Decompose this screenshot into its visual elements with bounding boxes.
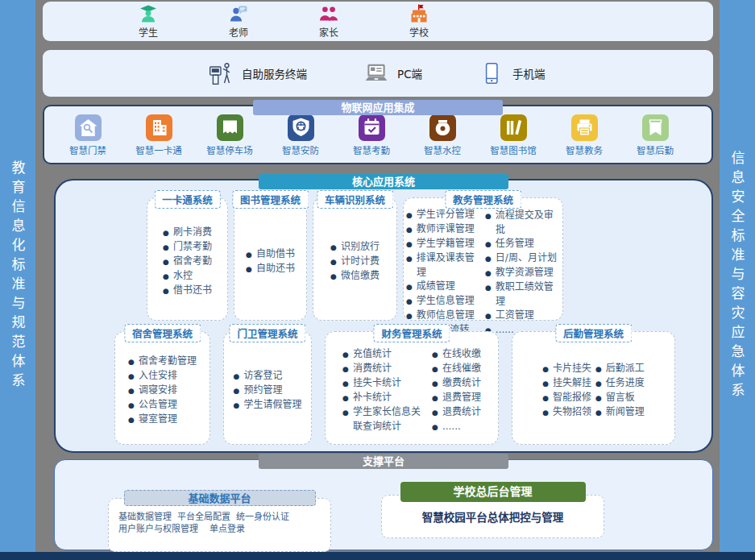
terminal-label: PC端 (397, 65, 422, 81)
iot-label: 智慧图书馆 (490, 143, 537, 156)
system-item: 退费管理 (432, 391, 481, 405)
system-item: 学生评分管理 (406, 208, 481, 222)
system-item-list: 学生评分管理教师评课管理学生学籍管理排课及课表管理成绩管理学生信息管理教师信息管… (406, 208, 481, 338)
system-box: 宿舍管理系统宿舍考勤管理入住安排调寝安排公告管理寝室管理 (114, 331, 210, 445)
logistics-banner-icon (642, 114, 669, 141)
iot-item: 智慧图书馆 (481, 114, 546, 156)
system-items: 自助借书自助还书 (234, 198, 306, 320)
system-item: 挂失解挂 (542, 376, 591, 391)
tablet-icon (479, 60, 504, 86)
system-item-list: 刷卡消费门禁考勤宿舍考勤水控借书还书 (163, 226, 212, 298)
system-item: 卡片挂失 (542, 362, 591, 376)
system-item: 缴费统计 (432, 376, 481, 391)
system-item-list: 后勤派工任务进度留言板新闻管理 (595, 362, 645, 420)
system-box: 图书管理系统自助借书自助还书 (234, 197, 307, 321)
system-item: 水控 (163, 269, 212, 284)
onecard-building-icon (146, 114, 172, 141)
system-item: 微信缴费 (330, 269, 380, 284)
user-label: 学生 (139, 25, 158, 39)
system-item: 自助借书 (246, 247, 295, 262)
system-item-list: 卡片挂失挂失解挂智能报修失物招领 (542, 362, 591, 420)
terminals-panel: 自助服务终端PC端手机端 (43, 50, 713, 97)
system-item-list: 流程提交及审批任务管理日/周、月计划教学资源管理教职工绩效管理工资管理.....… (485, 209, 560, 338)
pc-icon (363, 60, 389, 86)
iot-item: 智慧考勤 (339, 114, 404, 156)
school-admin-group: 学校总后台管理 智慧校园平台总体把控与管理 (381, 482, 604, 538)
system-item: 教学资源管理 (485, 266, 560, 280)
school-admin-title: 学校总后台管理 (400, 482, 586, 502)
iot-item: 智慧安防 (268, 114, 333, 156)
parking-ticket-icon (217, 114, 243, 141)
system-item-list: 自助借书自助还书 (246, 247, 295, 276)
iot-item: 智慧教务 (552, 114, 616, 156)
system-items: 宿舍考勤管理入住安排调寝安排公告管理寝室管理 (115, 332, 209, 444)
left-standards-sidebar: 教育信息化标准与规范体系 (0, 0, 35, 553)
system-item: 识别放行 (330, 240, 380, 255)
system-box: 后勤管理系统卡片挂失挂失解挂智能报修失物招领后勤派工任务进度留言板新闻管理 (512, 331, 675, 445)
left-sidebar-label: 教育信息化标准与规范体系 (8, 160, 28, 392)
iot-banner: 物联网应用集成 (253, 100, 503, 115)
system-item: ...... (432, 420, 481, 434)
system-item: 留言板 (595, 391, 645, 405)
iot-label: 智慧教务 (566, 143, 603, 156)
system-item: 学生家长信息关联查询统计 (342, 405, 428, 433)
user-label: 学校 (409, 25, 429, 39)
right-sidebar-label: 信息安全标准与容灾应急体系 (728, 151, 748, 402)
diagram-content: 学生老师家长学校 自助服务终端PC端手机端 物联网应用集成 智慧门禁智慧一卡通智… (43, 0, 713, 560)
base-platform-line: 用户账户与权限管理 单点登录 (118, 523, 322, 535)
user-label: 家长 (319, 25, 338, 39)
system-item: 学生学籍管理 (406, 237, 481, 251)
iot-label: 智慧一卡通 (135, 143, 182, 156)
system-item: 自助还书 (246, 262, 295, 276)
library-books-icon (500, 114, 527, 141)
system-item-list: 在线收缴在线催缴缴费统计退费管理退费统计...... (432, 347, 481, 434)
bottom-divider-strip (0, 552, 755, 560)
system-title: 教务管理系统 (445, 190, 521, 209)
user-item: 学校 (399, 4, 439, 39)
system-item: 教师评课管理 (406, 222, 481, 237)
core-row-1: 一卡通系统刷卡消费门禁考勤宿舍考勤水控借书还书图书管理系统自助借书自助还书车辆识… (147, 197, 711, 321)
system-item: 消费统计 (342, 362, 428, 376)
terminal-item: 手机端 (479, 60, 546, 86)
system-title: 后勤管理系统 (555, 324, 632, 342)
system-item: 智能报修 (542, 391, 591, 405)
system-items: 充值统计消费统计挂失卡统计补卡统计学生家长信息关联查询统计在线收缴在线催缴缴费统… (326, 332, 498, 444)
system-box: 财务管理系统充值统计消费统计挂失卡统计补卡统计学生家长信息关联查询统计在线收缴在… (325, 331, 499, 445)
core-banner: 核心应用系统 (259, 174, 508, 189)
core-row-2: 宿舍管理系统宿舍考勤管理入住安排调寝安排公告管理寝室管理门卫管理系统访客登记预约… (114, 331, 711, 445)
terminal-label: 自助服务终端 (242, 65, 307, 81)
system-item: 学生信息管理 (406, 294, 481, 309)
system-item: 教师信息管理 (406, 309, 481, 323)
user-item: 老师 (218, 4, 259, 39)
system-title: 一卡通系统 (154, 190, 221, 209)
system-title: 财务管理系统 (373, 324, 450, 342)
system-item: 访客登记 (234, 369, 302, 384)
attendance-calendar-icon (359, 114, 385, 141)
system-item: 排课及课表管理 (406, 251, 481, 280)
system-item: 失物招领 (542, 405, 591, 420)
terminal-item: PC端 (363, 60, 422, 86)
system-items: 学生评分管理教师评课管理学生学籍管理排课及课表管理成绩管理学生信息管理教师信息管… (404, 198, 562, 342)
system-item: 退费统计 (432, 405, 481, 420)
users-panel: 学生老师家长学校 (43, 2, 713, 41)
teacher-icon (229, 4, 248, 23)
student-icon (139, 4, 158, 23)
system-box: 门卫管理系统访客登记预约管理学生请假管理 (223, 331, 312, 445)
water-control-icon (429, 114, 456, 141)
system-item: 日/周、月计划 (485, 251, 560, 266)
system-item: 计时计费 (330, 255, 380, 269)
iot-item: 智慧后勤 (623, 114, 687, 156)
system-item: 在线收缴 (432, 347, 481, 362)
system-item: 补卡统计 (342, 391, 428, 405)
system-item: 后勤派工 (595, 362, 645, 376)
kiosk-icon (208, 60, 234, 86)
academic-printer-icon (571, 114, 598, 141)
system-title: 图书管理系统 (232, 190, 309, 209)
base-data-platform-group: 基础数据平台 基础数据管理 平台全局配置 统一身份认证 用户账户与权限管理 单点… (108, 490, 331, 552)
system-item: 充值统计 (342, 347, 428, 362)
system-item: 工资管理 (485, 309, 560, 323)
system-item: 宿舍考勤管理 (128, 355, 197, 369)
system-item: 门禁考勤 (163, 240, 212, 255)
school-admin-text: 智慧校园平台总体把控与管理 (422, 508, 564, 525)
core-apps-panel: 核心应用系统 一卡通系统刷卡消费门禁考勤宿舍考勤水控借书还书图书管理系统自助借书… (54, 179, 713, 453)
